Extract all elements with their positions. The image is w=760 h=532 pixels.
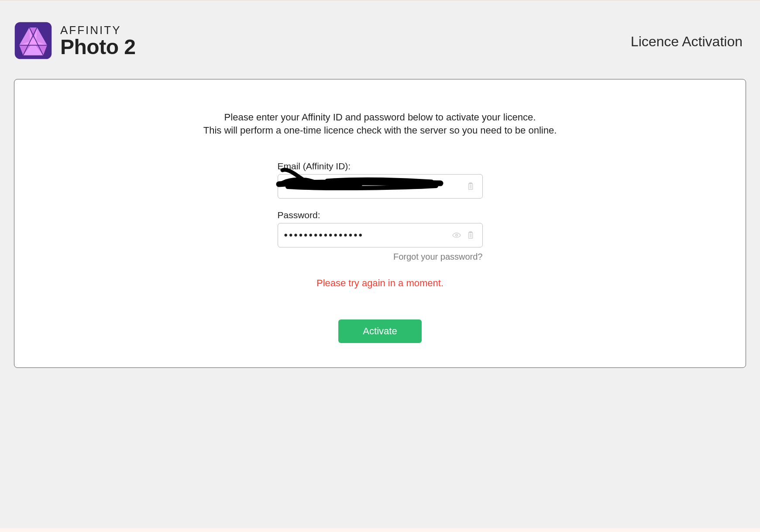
eye-icon[interactable] (451, 230, 462, 241)
instructions: Please enter your Affinity ID and passwo… (203, 111, 557, 137)
email-input-wrap (278, 174, 483, 199)
affinity-photo-logo-icon (14, 21, 52, 62)
brand-line2: Photo 2 (60, 36, 136, 58)
page-title: Licence Activation (631, 34, 743, 50)
password-label: Password: (278, 210, 483, 220)
login-form: Email (Affinity ID): (278, 161, 483, 262)
brand-line1: AFFINITY (60, 24, 136, 36)
activate-button[interactable]: Activate (338, 319, 421, 343)
header: AFFINITY Photo 2 Licence Activation (0, 0, 760, 79)
password-input-wrap (278, 223, 483, 247)
password-input[interactable] (284, 229, 448, 241)
error-message: Please try again in a moment. (316, 278, 444, 289)
instructions-line1: Please enter your Affinity ID and passwo… (203, 111, 557, 124)
clipboard-icon[interactable] (465, 230, 476, 241)
email-input[interactable] (284, 182, 462, 192)
forgot-password-link[interactable]: Forgot your password? (393, 252, 483, 262)
brand-block: AFFINITY Photo 2 (14, 21, 136, 62)
activation-panel: Please enter your Affinity ID and passwo… (14, 79, 746, 368)
clipboard-icon[interactable] (465, 181, 476, 192)
svg-point-16 (455, 234, 457, 237)
email-label: Email (Affinity ID): (278, 161, 483, 172)
instructions-line2: This will perform a one-time licence che… (203, 124, 557, 137)
